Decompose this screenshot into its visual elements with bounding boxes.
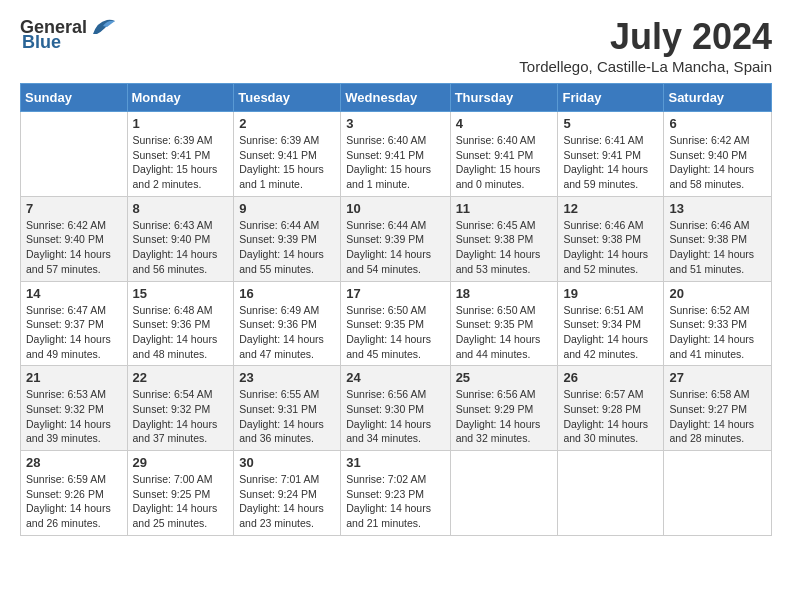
calendar-cell: 28Sunrise: 6:59 AMSunset: 9:26 PMDayligh… (21, 451, 128, 536)
cell-info-line: and 53 minutes. (456, 262, 553, 277)
cell-info-line: Daylight: 14 hours (563, 417, 658, 432)
cell-info-line: Sunrise: 6:40 AM (346, 133, 444, 148)
calendar-cell: 7Sunrise: 6:42 AMSunset: 9:40 PMDaylight… (21, 196, 128, 281)
calendar-cell: 2Sunrise: 6:39 AMSunset: 9:41 PMDaylight… (234, 112, 341, 197)
cell-info-line: Daylight: 14 hours (346, 332, 444, 347)
cell-info-line: Daylight: 14 hours (26, 417, 122, 432)
cell-info-line: Sunset: 9:36 PM (239, 317, 335, 332)
cell-info-line: Daylight: 14 hours (239, 247, 335, 262)
cell-info-line: Sunrise: 6:57 AM (563, 387, 658, 402)
header-row: SundayMondayTuesdayWednesdayThursdayFrid… (21, 84, 772, 112)
calendar-cell: 4Sunrise: 6:40 AMSunset: 9:41 PMDaylight… (450, 112, 558, 197)
day-number: 10 (346, 201, 444, 216)
title-block: July 2024 Tordellego, Castille-La Mancha… (519, 16, 772, 75)
cell-info-line: Sunset: 9:35 PM (456, 317, 553, 332)
calendar-cell: 26Sunrise: 6:57 AMSunset: 9:28 PMDayligh… (558, 366, 664, 451)
day-number: 21 (26, 370, 122, 385)
calendar-cell: 3Sunrise: 6:40 AMSunset: 9:41 PMDaylight… (341, 112, 450, 197)
cell-info-line: Sunset: 9:39 PM (346, 232, 444, 247)
day-number: 30 (239, 455, 335, 470)
header-day-tuesday: Tuesday (234, 84, 341, 112)
cell-info-line: and 26 minutes. (26, 516, 122, 531)
header-day-monday: Monday (127, 84, 234, 112)
day-number: 1 (133, 116, 229, 131)
day-number: 11 (456, 201, 553, 216)
cell-info-line: Sunrise: 6:39 AM (133, 133, 229, 148)
cell-info-line: Sunset: 9:25 PM (133, 487, 229, 502)
calendar-cell: 14Sunrise: 6:47 AMSunset: 9:37 PMDayligh… (21, 281, 128, 366)
logo-blue-text: Blue (22, 32, 61, 53)
cell-info-line: and 28 minutes. (669, 431, 766, 446)
cell-info-line: and 1 minute. (239, 177, 335, 192)
cell-info-line: Sunset: 9:41 PM (456, 148, 553, 163)
cell-info-line: Sunset: 9:41 PM (133, 148, 229, 163)
cell-info-line: and 30 minutes. (563, 431, 658, 446)
calendar-cell: 24Sunrise: 6:56 AMSunset: 9:30 PMDayligh… (341, 366, 450, 451)
cell-info-line: Daylight: 14 hours (26, 332, 122, 347)
cell-info-line: and 49 minutes. (26, 347, 122, 362)
day-number: 22 (133, 370, 229, 385)
day-number: 25 (456, 370, 553, 385)
logo: General Blue (20, 16, 117, 53)
calendar-cell: 6Sunrise: 6:42 AMSunset: 9:40 PMDaylight… (664, 112, 772, 197)
calendar-cell: 30Sunrise: 7:01 AMSunset: 9:24 PMDayligh… (234, 451, 341, 536)
calendar-cell (664, 451, 772, 536)
calendar-cell: 5Sunrise: 6:41 AMSunset: 9:41 PMDaylight… (558, 112, 664, 197)
calendar-cell: 13Sunrise: 6:46 AMSunset: 9:38 PMDayligh… (664, 196, 772, 281)
calendar-cell (450, 451, 558, 536)
cell-info-line: Sunrise: 6:41 AM (563, 133, 658, 148)
cell-info-line: Sunset: 9:27 PM (669, 402, 766, 417)
cell-info-line: Daylight: 14 hours (346, 417, 444, 432)
calendar-week-row: 7Sunrise: 6:42 AMSunset: 9:40 PMDaylight… (21, 196, 772, 281)
cell-info-line: Sunrise: 6:54 AM (133, 387, 229, 402)
calendar-header: SundayMondayTuesdayWednesdayThursdayFrid… (21, 84, 772, 112)
day-number: 18 (456, 286, 553, 301)
cell-info-line: and 47 minutes. (239, 347, 335, 362)
cell-info-line: Sunset: 9:30 PM (346, 402, 444, 417)
day-number: 17 (346, 286, 444, 301)
cell-info-line: Sunset: 9:26 PM (26, 487, 122, 502)
cell-info-line: Sunrise: 6:46 AM (669, 218, 766, 233)
cell-info-line: Sunrise: 6:55 AM (239, 387, 335, 402)
main-title: July 2024 (519, 16, 772, 58)
calendar-body: 1Sunrise: 6:39 AMSunset: 9:41 PMDaylight… (21, 112, 772, 536)
cell-info-line: Sunset: 9:28 PM (563, 402, 658, 417)
cell-info-line: Sunrise: 7:02 AM (346, 472, 444, 487)
cell-info-line: and 48 minutes. (133, 347, 229, 362)
cell-info-line: and 44 minutes. (456, 347, 553, 362)
cell-info-line: Sunrise: 6:56 AM (456, 387, 553, 402)
cell-info-line: Sunrise: 6:43 AM (133, 218, 229, 233)
calendar-cell: 19Sunrise: 6:51 AMSunset: 9:34 PMDayligh… (558, 281, 664, 366)
day-number: 9 (239, 201, 335, 216)
cell-info-line: Sunrise: 6:53 AM (26, 387, 122, 402)
subtitle: Tordellego, Castille-La Mancha, Spain (519, 58, 772, 75)
cell-info-line: Sunset: 9:29 PM (456, 402, 553, 417)
calendar-cell: 22Sunrise: 6:54 AMSunset: 9:32 PMDayligh… (127, 366, 234, 451)
cell-info-line: Sunset: 9:37 PM (26, 317, 122, 332)
cell-info-line: and 57 minutes. (26, 262, 122, 277)
calendar-cell (21, 112, 128, 197)
calendar-cell: 27Sunrise: 6:58 AMSunset: 9:27 PMDayligh… (664, 366, 772, 451)
cell-info-line: Daylight: 15 hours (456, 162, 553, 177)
cell-info-line: Daylight: 14 hours (456, 417, 553, 432)
cell-info-line: Sunrise: 6:52 AM (669, 303, 766, 318)
cell-info-line: Sunset: 9:32 PM (133, 402, 229, 417)
cell-info-line: Sunset: 9:35 PM (346, 317, 444, 332)
cell-info-line: Daylight: 15 hours (133, 162, 229, 177)
cell-info-line: Sunset: 9:38 PM (456, 232, 553, 247)
cell-info-line: Daylight: 14 hours (239, 501, 335, 516)
cell-info-line: Sunrise: 6:50 AM (346, 303, 444, 318)
header-day-saturday: Saturday (664, 84, 772, 112)
cell-info-line: Sunrise: 6:58 AM (669, 387, 766, 402)
cell-info-line: Sunrise: 6:39 AM (239, 133, 335, 148)
calendar-cell: 25Sunrise: 6:56 AMSunset: 9:29 PMDayligh… (450, 366, 558, 451)
cell-info-line: Daylight: 14 hours (669, 247, 766, 262)
cell-info-line: Sunrise: 6:45 AM (456, 218, 553, 233)
cell-info-line: and 52 minutes. (563, 262, 658, 277)
day-number: 16 (239, 286, 335, 301)
day-number: 27 (669, 370, 766, 385)
calendar-cell: 15Sunrise: 6:48 AMSunset: 9:36 PMDayligh… (127, 281, 234, 366)
calendar-cell: 1Sunrise: 6:39 AMSunset: 9:41 PMDaylight… (127, 112, 234, 197)
day-number: 29 (133, 455, 229, 470)
cell-info-line: Sunrise: 6:40 AM (456, 133, 553, 148)
